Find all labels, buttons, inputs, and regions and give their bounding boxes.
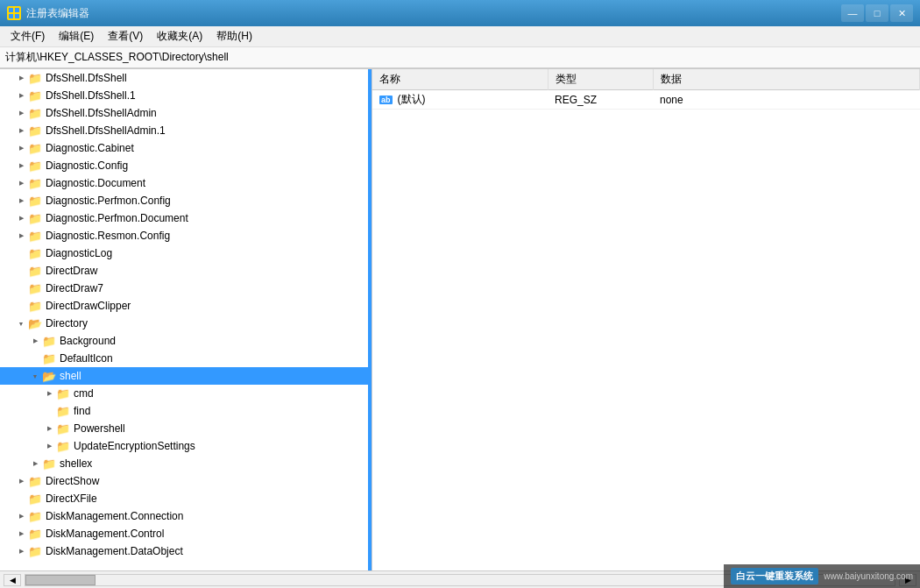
tree-label: DfsShell.DfsShell	[46, 72, 127, 84]
folder-icon: 📁	[28, 475, 42, 487]
expander-diagperfmon[interactable]	[14, 194, 28, 208]
tree-item-directdrawclip[interactable]: 📁 DirectDrawClipper	[0, 297, 372, 315]
expander-diagresmon[interactable]	[14, 229, 28, 243]
svg-rect-3	[15, 14, 19, 18]
expander-find	[42, 404, 56, 418]
tree-item-shellex[interactable]: 📁 shellex	[0, 455, 372, 472]
tree-label: DiskManagement.Control	[46, 528, 164, 540]
scroll-left-btn[interactable]: ◀	[4, 574, 21, 586]
window-title: 注册表编辑器	[26, 6, 841, 21]
expander-dfsshella[interactable]	[14, 106, 28, 120]
folder-icon: 📁	[28, 212, 42, 224]
tree-item-defaulticon[interactable]: 📁 DefaultIcon	[0, 350, 372, 367]
tree-item-background[interactable]: 📁 Background	[0, 332, 372, 350]
expander-diagperfmondoc[interactable]	[14, 211, 28, 225]
expander-dfsshell1[interactable]	[14, 89, 28, 103]
expander-diagdoc[interactable]	[14, 176, 28, 190]
folder-icon: 📁	[28, 510, 42, 522]
row-name: ab (默认)	[372, 90, 548, 110]
tree-label: Diagnostic.Config	[46, 159, 128, 172]
tree-item-dfsshell[interactable]: 📁 DfsShell.DfsShell	[0, 69, 372, 87]
ab-icon: ab	[379, 96, 393, 104]
menu-edit[interactable]: 编辑(E)	[52, 27, 101, 46]
folder-icon: 📁	[28, 230, 42, 242]
tree-item-shell[interactable]: 📂 shell	[0, 367, 372, 385]
folder-icon: 📁	[56, 422, 70, 435]
expander-updateenc[interactable]	[42, 439, 56, 453]
expander-powershell[interactable]	[42, 422, 56, 436]
expander-directxfile	[14, 492, 28, 506]
expander-diskmgmtdata[interactable]	[14, 544, 28, 558]
expander-directdrawclip	[14, 299, 28, 313]
table-row[interactable]: ab (默认) REG_SZ none	[372, 90, 920, 110]
expander-cmd[interactable]	[42, 386, 56, 400]
tree-item-cmd[interactable]: 📁 cmd	[0, 385, 372, 402]
tree-item-diskmgmtconn[interactable]: 📁 DiskManagement.Connection	[0, 507, 372, 525]
tree-item-find[interactable]: 📁 find	[0, 402, 372, 420]
tree-label: DirectDrawClipper	[46, 300, 131, 312]
menu-file[interactable]: 文件(F)	[4, 27, 52, 46]
expander-dfsshell[interactable]	[14, 71, 28, 85]
tree-label: Diagnostic.Resmon.Config	[46, 230, 170, 242]
tree-item-directdraw7[interactable]: 📁 DirectDraw7	[0, 280, 372, 297]
address-text: 计算机\HKEY_CLASSES_ROOT\Directory\shell	[5, 50, 229, 65]
folder-icon: 📁	[28, 247, 42, 259]
tree-item-directdraw[interactable]: 📁 DirectDraw	[0, 262, 372, 280]
minimize-button[interactable]: —	[841, 4, 864, 22]
col-name: 名称	[372, 69, 548, 90]
tree-item-dfsshell1[interactable]: 📁 DfsShell.DfsShell.1	[0, 87, 372, 104]
folder-icon: 📁	[28, 282, 42, 294]
tree-item-directxfile[interactable]: 📁 DirectXFile	[0, 490, 372, 507]
expander-directory[interactable]	[14, 316, 28, 330]
maximize-button[interactable]: □	[866, 4, 888, 22]
watermark: 白云一键重装系统 www.baiyunxitong.com	[724, 564, 920, 588]
folder-icon: 📁	[28, 528, 42, 540]
expander-shell[interactable]	[28, 369, 42, 383]
expander-diagcabinet[interactable]	[14, 141, 28, 155]
expander-diskmgmtctrl[interactable]	[14, 527, 28, 541]
folder-icon: 📁	[28, 492, 42, 505]
tree-label: DiskManagement.Connection	[46, 510, 183, 522]
tree-panel[interactable]: 📁 DfsShell.DfsShell 📁 DfsShell.DfsShell.…	[0, 69, 372, 570]
close-button[interactable]: ✕	[890, 4, 913, 22]
tree-item-updateenc[interactable]: 📁 UpdateEncryptionSettings	[0, 437, 372, 455]
tree-item-diagcabinet[interactable]: 📁 Diagnostic.Cabinet	[0, 139, 372, 157]
tree-item-powershell[interactable]: 📁 Powershell	[0, 420, 372, 437]
tree-item-directory[interactable]: 📂 Directory	[0, 315, 372, 332]
tree-label: UpdateEncryptionSettings	[74, 440, 195, 452]
menu-favorites[interactable]: 收藏夹(A)	[150, 27, 209, 46]
main-content: 📁 DfsShell.DfsShell 📁 DfsShell.DfsShell.…	[0, 68, 920, 570]
expander-shellex[interactable]	[28, 457, 42, 471]
col-data: 数据	[653, 69, 920, 90]
address-bar: 计算机\HKEY_CLASSES_ROOT\Directory\shell	[0, 47, 920, 68]
scroll-thumb[interactable]	[25, 575, 96, 585]
expander-dfsshelladmin1[interactable]	[14, 124, 28, 138]
tree-item-diskmgmtdata[interactable]: 📁 DiskManagement.DataObject	[0, 542, 372, 560]
tree-item-dfsshelladmin1[interactable]: 📁 DfsShell.DfsShellAdmin.1	[0, 122, 372, 139]
tree-item-diagdoc[interactable]: 📁 Diagnostic.Document	[0, 174, 372, 192]
folder-icon: 📁	[28, 265, 42, 277]
tree-item-dfsshella[interactable]: 📁 DfsShell.DfsShellAdmin	[0, 104, 372, 122]
watermark-logo: 白云一键重装系统	[731, 568, 818, 584]
folder-icon: 📁	[56, 440, 70, 452]
tree-item-diagperfmondoc[interactable]: 📁 Diagnostic.Perfmon.Document	[0, 209, 372, 227]
app-icon	[7, 6, 21, 20]
folder-icon: 📂	[42, 370, 56, 382]
menu-view[interactable]: 查看(V)	[101, 27, 150, 46]
tree-item-diagconfig[interactable]: 📁 Diagnostic.Config	[0, 157, 372, 174]
tree-item-diagresmon[interactable]: 📁 Diagnostic.Resmon.Config	[0, 227, 372, 244]
tree-item-diskmgmtctrl[interactable]: 📁 DiskManagement.Control	[0, 525, 372, 542]
folder-icon: 📁	[28, 545, 42, 557]
tree-label: DiskManagement.DataObject	[46, 545, 183, 557]
tree-label: Background	[60, 335, 116, 347]
expander-diskmgmtconn[interactable]	[14, 509, 28, 523]
expander-background[interactable]	[28, 334, 42, 348]
expander-directdraw7	[14, 281, 28, 295]
tree-item-diaglog[interactable]: 📁 DiagnosticLog	[0, 244, 372, 262]
folder-icon: 📁	[28, 72, 42, 84]
tree-item-diagperfmon[interactable]: 📁 Diagnostic.Perfmon.Config	[0, 192, 372, 209]
tree-item-directshow[interactable]: 📁 DirectShow	[0, 472, 372, 490]
expander-diagconfig[interactable]	[14, 159, 28, 173]
expander-directshow[interactable]	[14, 474, 28, 488]
menu-help[interactable]: 帮助(H)	[209, 27, 259, 46]
